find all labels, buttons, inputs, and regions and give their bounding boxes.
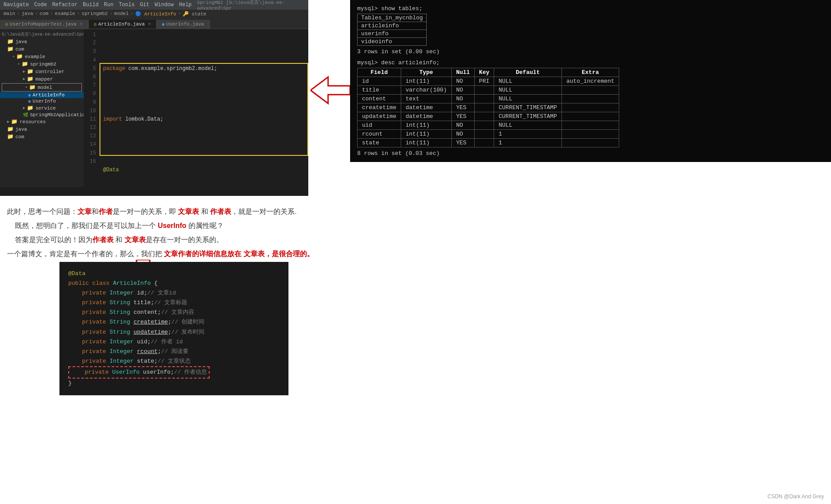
folder-icon-java2: 📁 <box>7 126 14 132</box>
desc-col-type: Type <box>401 68 452 77</box>
table-row: createtimedatetimeYESCURRENT_TIMESTAMP <box>358 103 619 112</box>
menu-tools[interactable]: Tools <box>119 2 135 8</box>
table-row: stateint(11)YES1 <box>358 139 619 147</box>
mysql-show-tables-cmd: mysql> show tables; <box>357 5 824 12</box>
menu-navigate[interactable]: Navigate <box>4 2 29 8</box>
ide-tabs: ◎ UserInfoMapperTest.java × ◎ ArticleInf… <box>0 18 308 29</box>
sidebar-path: G:\Java语言\java-ee-advanced\SpringMB2 <box>0 31 84 38</box>
sidebar-item-articleinfo[interactable]: ◉ ArticleInfo <box>0 92 84 98</box>
table-row-userinfo: userinfo <box>358 30 427 38</box>
tab-userinfo[interactable]: ◉ UserInfo.java <box>157 20 210 29</box>
svg-marker-0 <box>310 77 350 103</box>
sidebar-item-model[interactable]: ▾ 📁 model <box>2 83 82 92</box>
sidebar-item-userinfo[interactable]: ◉ UserInfo <box>0 98 84 104</box>
tab-label-userinfomappertest: UserInfoMapperTest.java <box>10 22 77 27</box>
mysql-rows-count-2: 8 rows in set (0.03 sec) <box>357 150 824 157</box>
sidebar-label-com: com <box>15 47 24 52</box>
folder-icon-mapper: 📁 <box>27 76 33 82</box>
sidebar-item-service[interactable]: ▶ 📁 service <box>0 104 84 112</box>
tab-label-userinfo: UserInfo.java <box>166 22 204 27</box>
bc-springmb2[interactable]: springmb2 <box>81 11 107 16</box>
tab-articleinfo[interactable]: ◎ ArticleInfo.java × <box>89 20 157 29</box>
table-row: updatetimedatetimeYESCURRENT_TIMESTAMP <box>358 112 619 121</box>
ide-breadcrumb: main › java › com › example › springmb2 … <box>0 10 308 18</box>
sidebar-label-springmb2app: SpringMb2Application <box>30 112 84 118</box>
text-section: 此时，思考一个问题：文章和作者是一对一的关系，即 文章表 和 作者表，就是一对一… <box>0 200 396 265</box>
code-area[interactable]: package com.example.springmb2.model; imp… <box>100 29 308 187</box>
desc-col-extra: Extra <box>561 68 619 77</box>
menu-code[interactable]: Code <box>34 2 47 8</box>
folder-icon-example: 📁 <box>16 53 23 60</box>
sidebar-item-com[interactable]: 📁 com <box>0 45 84 53</box>
folder-icon: 📁 <box>7 38 14 45</box>
folder-icon-com2: 📁 <box>7 133 14 140</box>
menu-run[interactable]: Run <box>104 2 114 8</box>
sidebar-item-springmb2[interactable]: ▾ 📁 springmb2 <box>0 60 84 68</box>
mysql-tables-table: Tables_in_mycnblog articleinfo userinfo … <box>357 14 427 46</box>
tab-close-userinfomappertest[interactable]: × <box>80 22 83 27</box>
sidebar-label-mapper: mapper <box>35 77 53 82</box>
ide-sidebar: G:\Java语言\java-ee-advanced\SpringMB2 📁 j… <box>0 29 84 187</box>
menu-refactor[interactable]: Refactor <box>52 2 78 8</box>
text-line3: 答案是完全可以的！因为作者表 和 文章表是存在一对一的关系的。 <box>7 233 389 247</box>
sidebar-label-springmb2: springmb2 <box>30 62 56 67</box>
text-line4: 一个篇博文，肯定是有一个作者的，那么，我们把 文章作者的详细信息放在 文章表，是… <box>7 247 389 261</box>
bottom-code-block: @Data public class ArticleInfo { private… <box>59 262 288 395</box>
table-row-articleinfo: articleinfo <box>358 22 427 30</box>
folder-icon-com: 📁 <box>7 46 14 52</box>
line-numbers: 1234 5678 9101112 13141516 <box>84 29 100 187</box>
bc-model[interactable]: model <box>114 11 129 16</box>
folder-icon-resources: 📁 <box>11 118 18 125</box>
tab-label-articleinfo: ArticleInfo.java <box>98 22 145 27</box>
chevron-model: ▾ <box>25 85 27 90</box>
bottom-code-line-8: private Integer rcount;// 阅读量 <box>68 347 280 357</box>
sidebar-item-example[interactable]: ▾ 📁 example <box>0 53 84 60</box>
menu-build[interactable]: Build <box>83 2 99 8</box>
table-row-videoinfo: videoinfo <box>358 38 427 46</box>
sidebar-item-java2[interactable]: 📁 java <box>0 125 84 133</box>
mysql-tables-output: Tables_in_mycnblog articleinfo userinfo … <box>357 14 824 46</box>
mysql-desc-cmd: mysql> desc articleinfo; <box>357 59 824 66</box>
bottom-code-line-0: @Data <box>68 269 280 279</box>
desc-col-key: Key <box>474 68 494 77</box>
bc-java[interactable]: java <box>22 11 33 16</box>
table-row: uidint(11)NONULL <box>358 121 619 130</box>
sidebar-label-java2: java <box>15 127 27 132</box>
bottom-code-line-11: } <box>68 379 280 388</box>
arrow-left <box>310 73 350 108</box>
ide-editor[interactable]: 1234 5678 9101112 13141516 package com.e… <box>84 29 308 187</box>
chevron-springmb2: ▾ <box>18 62 20 66</box>
tab-icon-articleinfo: ◎ <box>94 22 96 27</box>
sidebar-item-controller[interactable]: ▶ 📁 controller <box>0 68 84 75</box>
bc-main[interactable]: main <box>4 11 15 16</box>
bc-example[interactable]: example <box>55 11 75 16</box>
watermark: CSDN @Dark And Grey <box>768 493 824 500</box>
tab-userinfomappertest[interactable]: ◎ UserInfoMapperTest.java × <box>0 20 89 29</box>
sidebar-item-resources[interactable]: ▶ 📁 resources <box>0 118 84 125</box>
menu-git[interactable]: Git <box>140 2 150 8</box>
folder-icon-service: 📁 <box>27 105 33 111</box>
chevron-controller: ▶ <box>23 69 25 74</box>
file-icon-userinfo: ◉ <box>28 99 31 104</box>
bc-articleinfo[interactable]: 🔵 ArticleInfo <box>135 11 176 17</box>
tables-header: Tables_in_mycnblog <box>358 14 427 22</box>
folder-icon-controller: 📁 <box>27 68 33 75</box>
sidebar-item-com2[interactable]: 📁 com <box>0 133 84 140</box>
mysql-desc-table: Field Type Null Key Default Extra idint(… <box>357 68 619 147</box>
menu-help[interactable]: Help <box>179 2 192 8</box>
menu-window[interactable]: Window <box>155 2 174 8</box>
sidebar-label-example: example <box>25 54 45 59</box>
bc-com[interactable]: com <box>40 11 48 16</box>
file-icon-articleinfo: ◉ <box>28 92 31 98</box>
bc-state[interactable]: 🔑 state <box>183 11 207 17</box>
sidebar-label-java: java <box>15 39 27 44</box>
ide-menubar: Navigate Code Refactor Build Run Tools G… <box>0 0 308 10</box>
bottom-code-line-5: private String createtime;// 创建时间 <box>68 317 280 327</box>
mysql-terminal: mysql> show tables; Tables_in_mycnblog a… <box>350 0 831 162</box>
sidebar-item-java[interactable]: 📁 java <box>0 38 84 45</box>
ide-container: Navigate Code Refactor Build Run Tools G… <box>0 0 308 196</box>
sidebar-item-springmb2app[interactable]: 🌿 SpringMb2Application <box>0 112 84 118</box>
chevron-example: ▾ <box>12 54 15 59</box>
tab-close-articleinfo[interactable]: × <box>148 22 151 27</box>
sidebar-item-mapper[interactable]: ▶ 📁 mapper <box>0 75 84 83</box>
